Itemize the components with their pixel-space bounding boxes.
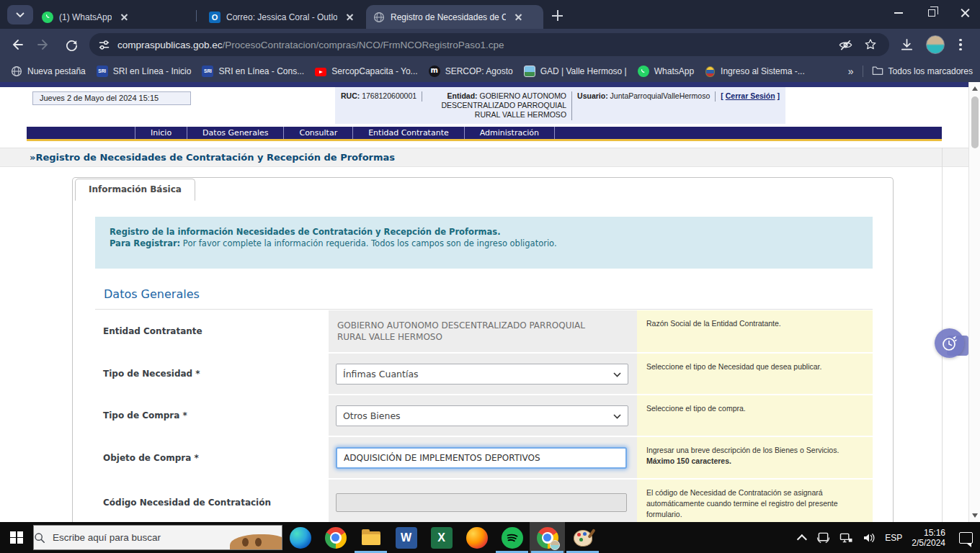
close-icon[interactable] xyxy=(344,12,356,23)
screen: (1) WhatsApp Correo: Jessica Coral - Out… xyxy=(0,0,980,553)
restore-button[interactable] xyxy=(919,0,944,26)
close-window-button[interactable] xyxy=(953,0,977,26)
field-label: Tipo de Necesidad * xyxy=(95,354,329,394)
folder-icon xyxy=(872,66,883,77)
time-text: 15:16 xyxy=(912,528,945,538)
tipo-necesidad-select[interactable]: Ínfimas Cuantías xyxy=(336,364,628,385)
tab-outlook[interactable]: Correo: Jessica Coral - Outlook xyxy=(202,5,363,29)
download-icon[interactable] xyxy=(899,37,914,53)
taskbar-word[interactable] xyxy=(388,522,424,553)
field-control-cell xyxy=(329,480,637,522)
bookmark-ingreso-sistema[interactable]: Ingreso al Sistema -... xyxy=(705,66,805,77)
divider xyxy=(571,91,572,120)
close-icon[interactable] xyxy=(513,12,525,23)
all-bookmarks-label: Todos los marcadores xyxy=(888,66,973,76)
bookmark-gad-valle-hermoso[interactable]: GAD | Valle Hermoso | xyxy=(524,66,627,77)
sri-icon xyxy=(97,66,108,77)
globe-icon xyxy=(11,66,22,77)
whatsapp-icon xyxy=(638,66,649,77)
cast-sync-icon[interactable] xyxy=(816,531,830,544)
windows-taskbar: Escribe aquí para buscar ESP xyxy=(0,522,980,553)
gad-icon xyxy=(524,66,535,77)
profile-avatar[interactable] xyxy=(926,35,945,54)
field-help: Razón Social de la Entidad Contratante. xyxy=(637,310,873,352)
date-box: Jueves 2 de Mayo del 2024 15:15 xyxy=(32,91,191,105)
bookmark-label: SRI en Línea - Inicio xyxy=(113,66,192,76)
tab-separator xyxy=(196,10,197,22)
minimize-button[interactable] xyxy=(886,0,911,26)
nav-inicio[interactable]: Inicio xyxy=(135,127,187,139)
all-bookmarks-button[interactable]: Todos los marcadores xyxy=(872,66,973,77)
back-button[interactable] xyxy=(6,34,27,55)
nav-datos-generales[interactable]: Datos Generales xyxy=(187,127,284,139)
chrome-icon xyxy=(537,527,558,549)
bookmarks-overflow-chevron[interactable]: » xyxy=(848,66,854,77)
system-tray: ESP 15:16 2/5/2024 xyxy=(800,528,980,548)
network-icon[interactable] xyxy=(839,532,853,544)
tab-search-button[interactable] xyxy=(7,5,33,24)
language-indicator[interactable]: ESP xyxy=(885,533,902,543)
scroll-up-arrow[interactable] xyxy=(972,86,978,91)
scroll-down-arrow[interactable] xyxy=(972,513,978,518)
session-info-bar: RUC: 1768120600001 Entidad: GOBIERNO AUT… xyxy=(335,87,785,124)
taskbar-edge[interactable] xyxy=(282,522,318,553)
tray-chevron-up-icon[interactable] xyxy=(797,534,807,544)
chevron-down-icon xyxy=(613,414,621,419)
bookmark-nueva-pestana[interactable]: Nueva pestaña xyxy=(11,66,86,77)
start-button[interactable] xyxy=(0,522,33,553)
field-label: Código Necesidad de Contratación xyxy=(95,480,329,522)
web-page: Jueves 2 de Mayo del 2024 15:15 RUC: 176… xyxy=(0,82,980,522)
taskbar-excel[interactable] xyxy=(424,522,459,553)
taskbar-chrome-active[interactable] xyxy=(530,522,565,553)
bookmark-label: Ingreso al Sistema -... xyxy=(721,66,805,76)
menu-icon[interactable] xyxy=(956,36,965,54)
table-row: Código Necesidad de Contratación El códi… xyxy=(95,480,873,522)
logout-link[interactable]: Cerrar Sesión xyxy=(726,91,775,100)
close-icon[interactable] xyxy=(119,12,130,23)
scrollbar-thumb[interactable] xyxy=(971,96,979,148)
taskbar-file-explorer[interactable] xyxy=(353,522,388,553)
new-tab-button[interactable] xyxy=(549,7,566,24)
bookmark-whatsapp[interactable]: WhatsApp xyxy=(638,66,694,77)
form-rows: Entidad Contratante GOBIERNO AUTONOMO DE… xyxy=(95,310,873,522)
globe-icon xyxy=(373,12,385,23)
tipo-compra-select[interactable]: Otros Bienes xyxy=(336,405,628,426)
tab-registro-active[interactable]: Registro de Necesidades de Cor xyxy=(366,5,543,29)
taskbar-search-box[interactable]: Escribe aquí para buscar xyxy=(33,525,282,550)
eye-off-icon[interactable] xyxy=(838,37,853,53)
taskbar-paint[interactable] xyxy=(565,522,600,553)
outlook-icon xyxy=(209,12,220,23)
bookmark-sercopcapacita[interactable]: SercopCapacita - Yo... xyxy=(315,66,417,76)
bookmark-star-icon[interactable] xyxy=(863,37,878,52)
tab-informacion-basica[interactable]: Información Básica xyxy=(75,179,195,201)
firefox-icon xyxy=(466,527,488,549)
entity-cell: Entidad: GOBIERNO AUTONOMO DESCENTRALIZA… xyxy=(427,91,566,120)
address-bar[interactable]: compraspublicas.gob.ec/ProcesoContrataci… xyxy=(89,33,889,56)
tune-icon[interactable] xyxy=(98,39,110,51)
taskbar-spotify[interactable] xyxy=(494,522,530,553)
bookmark-sercop-agosto[interactable]: SERCOP: Agosto xyxy=(429,66,513,77)
page-scrollbar[interactable] xyxy=(968,82,980,522)
volume-icon[interactable] xyxy=(863,532,876,544)
nav-entidad-contratante[interactable]: Entidad Contratante xyxy=(353,127,465,139)
reload-button[interactable] xyxy=(61,34,82,55)
bookmark-sri-consultas[interactable]: SRI en Línea - Cons... xyxy=(202,66,304,77)
field-label: Objeto de Compra * xyxy=(95,437,329,478)
tab-whatsapp[interactable]: (1) WhatsApp xyxy=(35,5,192,29)
notification-center-icon[interactable] xyxy=(959,532,973,544)
objeto-compra-input[interactable]: ADQUISICIÓN DE IMPLEMENTOS DEPORTIVOS xyxy=(336,447,627,469)
bookmark-sri-inicio[interactable]: SRI en Línea - Inicio xyxy=(97,66,192,77)
taskbar-chrome[interactable] xyxy=(318,522,353,553)
bookmark-label: SercopCapacita - Yo... xyxy=(331,66,417,76)
taskbar-clock[interactable]: 15:16 2/5/2024 xyxy=(912,528,945,548)
chrome-icon xyxy=(325,527,347,549)
forward-button[interactable] xyxy=(33,34,55,55)
taskbar-firefox[interactable] xyxy=(459,522,494,553)
nav-administracion[interactable]: Administración xyxy=(465,127,555,139)
word-icon xyxy=(396,527,417,549)
time-tracker-widget[interactable] xyxy=(935,328,964,358)
nav-consultar[interactable]: Consultar xyxy=(284,127,353,139)
table-row: Objeto de Compra * ADQUISICIÓN DE IMPLEM… xyxy=(95,437,873,478)
main-navigation: Inicio Datos Generales Consultar Entidad… xyxy=(27,127,942,139)
file-explorer-icon xyxy=(360,527,382,549)
